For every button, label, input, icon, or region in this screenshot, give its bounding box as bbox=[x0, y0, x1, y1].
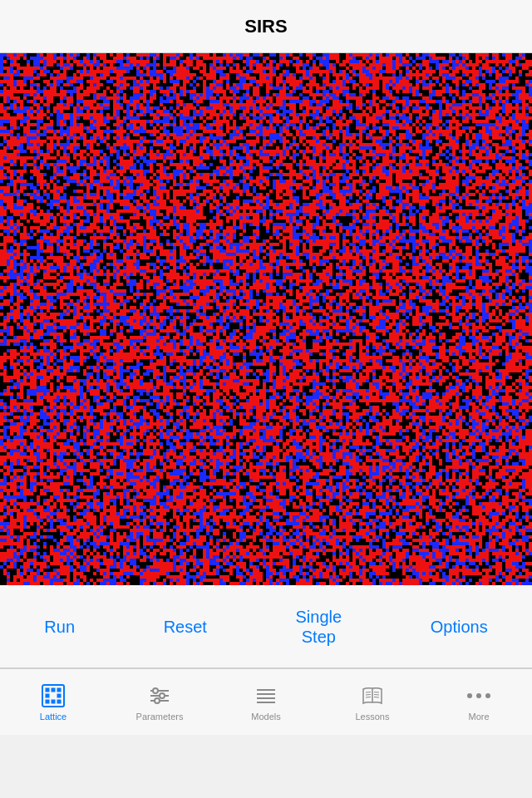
svg-line-23 bbox=[374, 692, 379, 692]
svg-point-12 bbox=[153, 688, 158, 693]
models-icon bbox=[254, 683, 278, 708]
svg-rect-4 bbox=[46, 694, 49, 697]
svg-line-22 bbox=[366, 697, 371, 697]
tab-lattice-label: Lattice bbox=[40, 712, 66, 722]
svg-rect-1 bbox=[46, 688, 49, 692]
svg-rect-6 bbox=[46, 700, 49, 703]
tab-lattice[interactable]: Lattice bbox=[0, 669, 106, 735]
tab-lessons-label: Lessons bbox=[356, 712, 390, 722]
tab-bar: Lattice Parameters Models bbox=[0, 668, 532, 735]
svg-line-21 bbox=[366, 694, 371, 695]
svg-line-24 bbox=[374, 694, 379, 695]
app-header: SIRS bbox=[0, 0, 532, 53]
run-button[interactable]: Run bbox=[29, 608, 90, 645]
svg-point-14 bbox=[155, 698, 160, 703]
parameters-icon bbox=[147, 683, 172, 708]
tab-lessons[interactable]: Lessons bbox=[319, 669, 426, 735]
single-step-button[interactable]: Single Step bbox=[281, 598, 357, 655]
simulation-canvas-area bbox=[0, 53, 532, 585]
lattice-icon bbox=[41, 683, 66, 708]
tab-more[interactable]: More bbox=[426, 669, 532, 735]
svg-rect-3 bbox=[57, 688, 61, 692]
tab-more-label: More bbox=[468, 712, 489, 722]
tab-models[interactable]: Models bbox=[213, 669, 319, 735]
svg-line-20 bbox=[366, 692, 371, 692]
page-title: SIRS bbox=[244, 16, 287, 37]
lessons-icon bbox=[360, 683, 385, 708]
svg-rect-2 bbox=[52, 688, 55, 692]
more-icon bbox=[466, 683, 491, 708]
sirs-canvas bbox=[0, 53, 532, 585]
reset-button[interactable]: Reset bbox=[149, 608, 222, 645]
tab-parameters[interactable]: Parameters bbox=[106, 669, 213, 735]
tab-models-label: Models bbox=[251, 712, 280, 722]
options-button[interactable]: Options bbox=[416, 608, 503, 645]
tab-parameters-label: Parameters bbox=[136, 712, 184, 722]
svg-line-25 bbox=[374, 697, 379, 697]
svg-rect-7 bbox=[52, 700, 55, 703]
svg-rect-8 bbox=[57, 700, 61, 703]
simulation-toolbar: Run Reset Single Step Options bbox=[0, 585, 532, 668]
svg-point-13 bbox=[160, 693, 165, 698]
svg-rect-5 bbox=[57, 694, 61, 697]
